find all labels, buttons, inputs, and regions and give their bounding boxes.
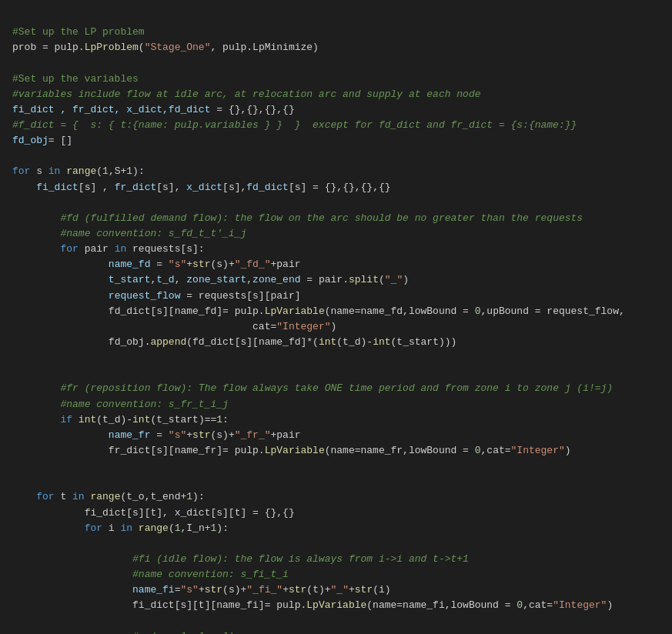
code-editor: #Set up the LP problem prob = pulp.LpPro… — [12, 9, 660, 634]
line-fdobj: fd_obj — [12, 135, 48, 146]
comment-3: #variables include flow at idle arc, at … — [12, 88, 481, 100]
for-s: for — [12, 165, 30, 177]
comment-4: #f_dict = { s: { t:{name: pulp.variables… — [12, 119, 577, 131]
comment-1: #Set up the LP problem — [12, 26, 145, 38]
comment-2: #Set up the variables — [12, 73, 139, 85]
line-dicts: fi_dict , fr_dict, x_dict,fd_dict — [12, 104, 210, 115]
line-prob: prob = pulp.LpProblem("Stage_One", pulp.… — [12, 42, 319, 53]
